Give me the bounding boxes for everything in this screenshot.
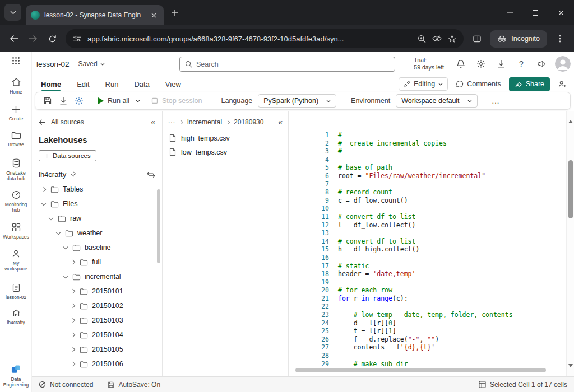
split-screen-icon[interactable]: [467, 29, 487, 48]
code-line[interactable]: 27 contents = f'{d},{t}': [289, 343, 564, 352]
comments-button[interactable]: Comments: [453, 80, 503, 88]
editing-mode-dropdown[interactable]: Editing: [399, 77, 448, 91]
code-line[interactable]: 22: [289, 302, 564, 311]
code-line[interactable]: 21for r in range(c):: [289, 295, 564, 303]
tree-item[interactable]: 20150101: [32, 284, 162, 298]
browser-tab[interactable]: lesson-02 - Synapse Data Engin: [26, 5, 164, 25]
tab-view[interactable]: View: [165, 76, 181, 92]
export-download-button[interactable]: [55, 94, 71, 108]
code-line[interactable]: 19: [289, 278, 564, 287]
refresh-button[interactable]: [43, 29, 62, 48]
code-line[interactable]: 12l = df_low.collect(): [289, 221, 564, 230]
save-status-dropdown[interactable]: Saved: [78, 60, 105, 68]
chevron-icon[interactable]: [71, 289, 75, 293]
explorer-scrollbar[interactable]: [157, 189, 160, 263]
code-line[interactable]: 18header = 'date,temp': [289, 270, 564, 278]
more-options-button[interactable]: ...: [492, 97, 500, 105]
chevron-icon[interactable]: [71, 347, 75, 352]
code-line[interactable]: 6root = "Files/raw/weather/incremental": [289, 172, 564, 180]
url-text[interactable]: app.fabric.microsoft.com/groups/a668a328…: [87, 35, 411, 43]
tree-item[interactable]: 20150105: [32, 342, 162, 357]
browser-menu-button[interactable]: [550, 29, 570, 48]
breadcrumb-20180930[interactable]: 20180930: [234, 118, 263, 126]
forward-button[interactable]: [24, 29, 43, 48]
code-line[interactable]: 4: [289, 156, 564, 164]
feedback-button[interactable]: [531, 55, 552, 73]
search-input[interactable]: [196, 60, 390, 68]
chevron-icon[interactable]: [63, 244, 68, 249]
share-button[interactable]: Share: [509, 77, 550, 91]
code-line[interactable]: 17# static: [289, 262, 564, 270]
document-title[interactable]: lesson-02: [36, 60, 70, 68]
help-button[interactable]: ?: [511, 55, 531, 73]
page-scrollbar[interactable]: [566, 111, 574, 376]
chevron-icon[interactable]: [71, 304, 75, 308]
global-search[interactable]: [179, 57, 395, 72]
tree-item[interactable]: incremental: [32, 269, 162, 284]
tab-edit[interactable]: Edit: [77, 76, 89, 92]
file-item[interactable]: high_temps.csv: [163, 131, 288, 145]
tree-item[interactable]: Files: [32, 197, 162, 211]
vertical-scroll-thumb[interactable]: [568, 160, 573, 218]
language-dropdown[interactable]: PySpark (Python): [258, 94, 336, 108]
code-line[interactable]: 1#: [289, 131, 564, 139]
code-line[interactable]: 10: [289, 204, 564, 213]
code-line[interactable]: 15h = df_high.collect(): [289, 245, 564, 254]
browser-profile-button[interactable]: [4, 4, 21, 21]
window-close-button[interactable]: [548, 0, 574, 25]
new-tab-button[interactable]: [167, 5, 183, 21]
add-data-sources-button[interactable]: Data sources: [39, 150, 96, 161]
code-line[interactable]: 13: [289, 229, 564, 237]
sidebar-item-workspaces[interactable]: Workspaces: [0, 223, 32, 240]
code-line[interactable]: 9c = df_low.count(): [289, 197, 564, 205]
notifications-button[interactable]: [451, 55, 471, 73]
chevron-icon[interactable]: [49, 215, 53, 220]
run-all-button[interactable]: Run all: [95, 97, 132, 105]
trial-status[interactable]: Trial: 59 days left: [414, 57, 444, 71]
tree-item[interactable]: 20150106: [32, 357, 162, 371]
tree-item[interactable]: 20150102: [32, 298, 162, 313]
session-settings-button[interactable]: [71, 94, 87, 108]
chevron-icon[interactable]: [41, 200, 46, 205]
lakehouse-row[interactable]: lh4crafty: [39, 170, 155, 179]
tab-data[interactable]: Data: [134, 76, 149, 92]
tree-item[interactable]: 20150103: [32, 313, 162, 328]
settings-button[interactable]: [471, 55, 491, 73]
sidebar-item-browse[interactable]: Browse: [0, 132, 32, 147]
tree-item[interactable]: Tables: [32, 182, 162, 197]
address-bar[interactable]: app.fabric.microsoft.com/groups/a668a328…: [66, 29, 464, 48]
window-maximize-button[interactable]: [522, 0, 548, 25]
connection-status[interactable]: Not connected: [39, 381, 93, 389]
tree-item[interactable]: weather: [32, 226, 162, 240]
tree-item[interactable]: raw: [32, 211, 162, 226]
code-line[interactable]: 7: [289, 180, 564, 189]
window-minimize-button[interactable]: [497, 0, 522, 25]
chevron-icon[interactable]: [71, 333, 75, 337]
run-options-chevron[interactable]: [132, 100, 144, 102]
code-line[interactable]: 16: [289, 254, 564, 262]
sidebar-item-lh4crafty[interactable]: lh4crafty: [0, 309, 32, 325]
scroll-down-arrow[interactable]: [568, 364, 573, 367]
tree-item[interactable]: 20150104: [32, 328, 162, 342]
chevron-icon[interactable]: [63, 273, 68, 278]
environment-dropdown[interactable]: Workspace default: [396, 94, 477, 108]
chevron-icon[interactable]: [41, 187, 46, 192]
site-permissions-icon[interactable]: [73, 35, 81, 43]
code-line[interactable]: 11# convert df to list: [289, 213, 564, 221]
stop-session-button[interactable]: Stop session: [151, 97, 202, 105]
favorite-star-icon[interactable]: [448, 35, 456, 43]
code-line[interactable]: 3#: [289, 147, 564, 156]
tracking-prevention-eye-icon[interactable]: [432, 35, 442, 43]
file-item[interactable]: low_temps.csv: [163, 145, 288, 159]
horizontal-scroll-thumb[interactable]: [295, 368, 546, 372]
scroll-up-arrow[interactable]: [568, 120, 573, 123]
tab-close-icon[interactable]: [149, 10, 159, 20]
invite-user-button[interactable]: [555, 77, 570, 91]
sidebar-item-data-engineering[interactable]: Data Engineering: [0, 365, 32, 388]
chevron-icon[interactable]: [71, 318, 75, 323]
tree-item[interactable]: full: [32, 255, 162, 269]
sidebar-item-create[interactable]: Create: [0, 105, 32, 122]
chevron-icon[interactable]: [71, 260, 75, 264]
sidebar-item-home[interactable]: Home: [0, 77, 32, 95]
chevron-icon[interactable]: [71, 362, 75, 366]
